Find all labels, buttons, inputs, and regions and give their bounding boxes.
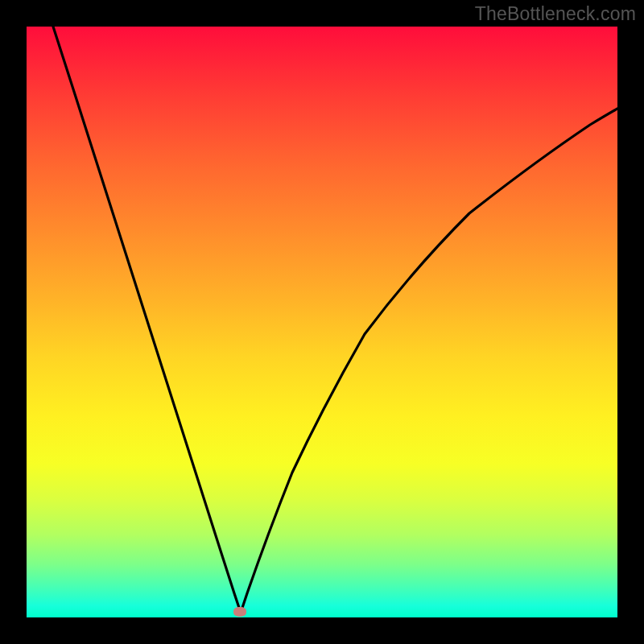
optimum-marker (233, 607, 246, 617)
chart-frame: TheBottleneck.com (0, 0, 644, 644)
watermark-text: TheBottleneck.com (475, 3, 636, 25)
bottleneck-curve (53, 27, 617, 613)
curve-svg (27, 27, 617, 617)
plot-area (27, 27, 617, 617)
